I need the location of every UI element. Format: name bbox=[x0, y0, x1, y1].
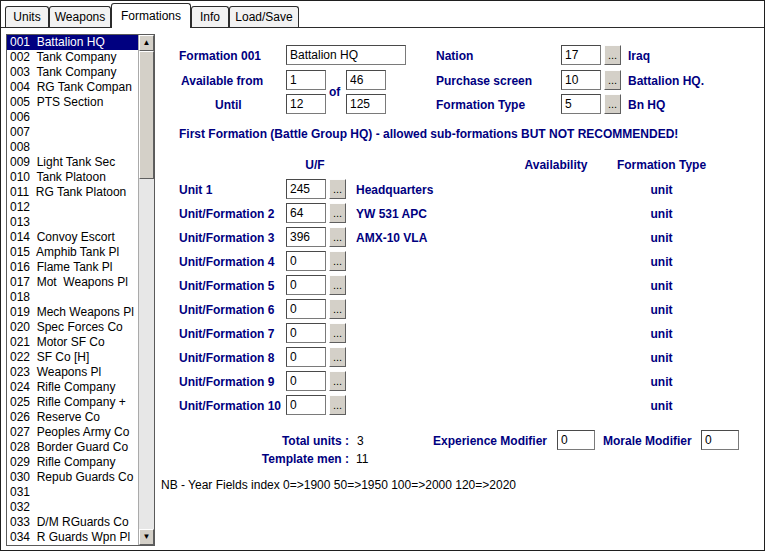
unit-browse-button[interactable]: ... bbox=[329, 371, 346, 391]
nation-browse-button[interactable]: ... bbox=[604, 45, 621, 65]
unit-id-input[interactable] bbox=[286, 299, 326, 319]
unit-browse-button[interactable]: ... bbox=[329, 227, 346, 247]
formation-list-item[interactable]: 015 Amphib Tank Pl bbox=[7, 245, 138, 260]
unit-id-input[interactable] bbox=[286, 203, 326, 223]
formation-list-item[interactable]: 019 Mech Weapons Pl bbox=[7, 305, 138, 320]
formation-list-item[interactable]: 016 Flame Tank Pl bbox=[7, 260, 138, 275]
nation-input[interactable] bbox=[561, 45, 601, 65]
unit-rows: Unit 1 ... Headquarters unit Unit/Format… bbox=[179, 179, 744, 419]
formation-list-item[interactable]: 007 bbox=[7, 125, 138, 140]
formation-list-item[interactable]: 004 RG Tank Compan bbox=[7, 80, 138, 95]
formation-list-item[interactable]: 028 Border Guard Co bbox=[7, 440, 138, 455]
tab-loadsave[interactable]: Load/Save bbox=[229, 6, 299, 27]
unit-formation-type: unit bbox=[609, 327, 714, 341]
unit-formation-type: unit bbox=[609, 255, 714, 269]
formation-list-item[interactable]: 018 bbox=[7, 290, 138, 305]
available-from-input[interactable] bbox=[286, 70, 326, 90]
unit-browse-button[interactable]: ... bbox=[329, 275, 346, 295]
unit-row: Unit/Formation 8 ... unit bbox=[179, 347, 744, 371]
list-scrollbar[interactable]: ▲ ▼ bbox=[138, 35, 154, 545]
scrollbar-up-button[interactable]: ▲ bbox=[139, 35, 154, 51]
formation-list-item-label: 019 Mech Weapons Pl bbox=[10, 305, 134, 319]
scrollbar-thumb[interactable] bbox=[139, 51, 154, 179]
formation-list-item-label: 034 R Guards Wpn Pl bbox=[10, 530, 130, 544]
unit-browse-button[interactable]: ... bbox=[329, 251, 346, 271]
unit-browse-button[interactable]: ... bbox=[329, 299, 346, 319]
formation-list-item[interactable]: 013 bbox=[7, 215, 138, 230]
scrollbar-down-button[interactable]: ▼ bbox=[139, 529, 154, 545]
tab-weapons[interactable]: Weapons bbox=[49, 6, 111, 27]
availability-column-header: Availability bbox=[506, 158, 606, 172]
formation-type-input[interactable] bbox=[561, 94, 601, 114]
formation-list-item[interactable]: 024 Rifle Company bbox=[7, 380, 138, 395]
unit-row: Unit/Formation 3 ... AMX-10 VLA unit bbox=[179, 227, 744, 251]
formation-list-item[interactable]: 032 bbox=[7, 500, 138, 515]
unit-id-input[interactable] bbox=[286, 251, 326, 271]
formation-list-item[interactable]: 011 RG Tank Platoon bbox=[7, 185, 138, 200]
unit-browse-button[interactable]: ... bbox=[329, 179, 346, 199]
formation-list-item[interactable]: 005 PTS Section bbox=[7, 95, 138, 110]
formation-list-item[interactable]: 017 Mot Weapons Pl bbox=[7, 275, 138, 290]
formation-list-item[interactable]: 034 R Guards Wpn Pl bbox=[7, 530, 138, 545]
formation-list-item[interactable]: 002 Tank Company bbox=[7, 50, 138, 65]
unit-row-label: Unit/Formation 7 bbox=[179, 327, 274, 341]
formation-list-item[interactable]: 029 Rifle Company bbox=[7, 455, 138, 470]
purchase-screen-name: Battalion HQ. bbox=[628, 74, 704, 88]
formation-list-item[interactable]: 033 D/M RGuards Co bbox=[7, 515, 138, 530]
purchase-screen-browse-button[interactable]: ... bbox=[604, 70, 621, 90]
template-men-value: 11 bbox=[356, 452, 368, 466]
formation-list-item-label: 007 bbox=[10, 125, 30, 139]
formation-list-item[interactable]: 012 bbox=[7, 200, 138, 215]
available-from-max-input[interactable] bbox=[346, 70, 386, 90]
experience-modifier-input[interactable] bbox=[557, 430, 595, 450]
formation-list-item[interactable]: 022 SF Co [H] bbox=[7, 350, 138, 365]
formation-list-item[interactable]: 010 Tank Platoon bbox=[7, 170, 138, 185]
purchase-screen-input[interactable] bbox=[561, 70, 601, 90]
formation-list-item[interactable]: 020 Spec Forces Co bbox=[7, 320, 138, 335]
unit-availability-name: YW 531 APC bbox=[356, 207, 427, 221]
unit-id-input[interactable] bbox=[286, 179, 326, 199]
unit-row-label: Unit/Formation 10 bbox=[179, 399, 281, 413]
formation-list-item[interactable]: 021 Motor SF Co bbox=[7, 335, 138, 350]
unit-browse-button[interactable]: ... bbox=[329, 347, 346, 367]
tab-formations[interactable]: Formations bbox=[111, 3, 191, 28]
unit-id-input[interactable] bbox=[286, 275, 326, 295]
formation-list-item[interactable]: 027 Peoples Army Co bbox=[7, 425, 138, 440]
unit-id-input[interactable] bbox=[286, 395, 326, 415]
until-input[interactable] bbox=[286, 94, 326, 114]
formation-list-item[interactable]: 014 Convoy Escort bbox=[7, 230, 138, 245]
formation-list-item[interactable]: 030 Repub Guards Co bbox=[7, 470, 138, 485]
formation-name-input[interactable] bbox=[286, 45, 406, 65]
formation-list-item[interactable]: 026 Reserve Co bbox=[7, 410, 138, 425]
unit-row-label: Unit/Formation 5 bbox=[179, 279, 274, 293]
formation-list-item[interactable]: 025 Rifle Company + bbox=[7, 395, 138, 410]
unit-browse-button[interactable]: ... bbox=[329, 203, 346, 223]
tab-units[interactable]: Units bbox=[5, 6, 49, 27]
unit-id-input[interactable] bbox=[286, 227, 326, 247]
tab-loadsave-label: Load/Save bbox=[235, 10, 292, 24]
formation-type-browse-button[interactable]: ... bbox=[604, 94, 621, 114]
formation-list-item[interactable]: 003 Tank Company bbox=[7, 65, 138, 80]
unit-formation-type: unit bbox=[609, 279, 714, 293]
unit-row: Unit/Formation 5 ... unit bbox=[179, 275, 744, 299]
until-max-input[interactable] bbox=[346, 94, 386, 114]
unit-formation-type: unit bbox=[609, 303, 714, 317]
formation-list-item[interactable]: 031 bbox=[7, 485, 138, 500]
unit-id-input[interactable] bbox=[286, 347, 326, 367]
formation-list-item[interactable]: 008 bbox=[7, 140, 138, 155]
morale-modifier-input[interactable] bbox=[701, 430, 739, 450]
unit-browse-button[interactable]: ... bbox=[329, 323, 346, 343]
tab-info[interactable]: Info bbox=[191, 6, 229, 27]
formation-list-item[interactable]: 001 Battalion HQ bbox=[7, 35, 138, 50]
formation-list-item-label: 009 Light Tank Sec bbox=[10, 155, 115, 169]
formation-list-item-label: 002 Tank Company bbox=[10, 50, 117, 64]
unit-row-label: Unit 1 bbox=[179, 183, 212, 197]
unit-id-input[interactable] bbox=[286, 323, 326, 343]
formation-list-item-label: 026 Reserve Co bbox=[10, 410, 100, 424]
formation-list-item[interactable]: 023 Weapons Pl bbox=[7, 365, 138, 380]
formation-list-item[interactable]: 009 Light Tank Sec bbox=[7, 155, 138, 170]
formation-list-item-label: 012 bbox=[10, 200, 30, 214]
unit-id-input[interactable] bbox=[286, 371, 326, 391]
unit-browse-button[interactable]: ... bbox=[329, 395, 346, 415]
formation-list-item[interactable]: 006 bbox=[7, 110, 138, 125]
